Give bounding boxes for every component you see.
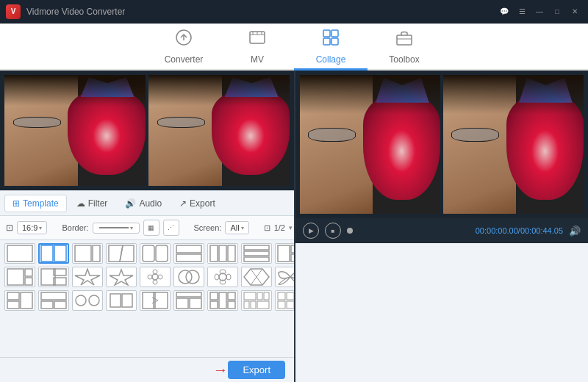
template-r2-star2[interactable] — [106, 267, 137, 287]
template-r3-6grid[interactable] — [275, 290, 294, 311]
template-cell-wide-two[interactable] — [173, 243, 204, 264]
aspect-arrow: ▾ — [39, 225, 42, 231]
tab-audio[interactable]: 🔊 Audio — [117, 195, 170, 212]
svg-marker-19 — [120, 245, 134, 262]
maximize-button[interactable]: □ — [550, 6, 564, 18]
menu-button[interactable]: ☰ — [514, 6, 529, 18]
minimize-button[interactable]: — — [532, 6, 547, 18]
svg-rect-102 — [41, 301, 53, 309]
border-style-btn-1[interactable]: ▦ — [143, 220, 159, 236]
template-row-2 — [4, 267, 290, 287]
nav-converter[interactable]: Converter — [147, 24, 220, 71]
tab-export[interactable]: ↗ Export — [171, 195, 223, 212]
svg-rect-31 — [291, 245, 294, 253]
template-cell-single[interactable] — [4, 243, 35, 264]
svg-rect-106 — [110, 294, 121, 307]
tab-template[interactable]: ⊞ Template — [4, 195, 67, 212]
template-r3-2[interactable] — [38, 290, 69, 311]
close-button[interactable]: ✕ — [567, 6, 582, 18]
svg-rect-32 — [291, 254, 294, 262]
template-r2-flower[interactable] — [140, 267, 171, 287]
template-r3-arrows[interactable] — [140, 290, 171, 311]
template-icon: ⊞ — [12, 198, 20, 209]
svg-rect-13 — [7, 245, 32, 262]
time-display: 00:00:00.00/00:00:44.05 — [476, 226, 563, 235]
right-lower-area — [295, 243, 588, 382]
svg-rect-26 — [228, 245, 235, 262]
nav-toolbox[interactable]: Toolbox — [368, 24, 441, 71]
svg-rect-51 — [25, 278, 32, 285]
nav-mv[interactable]: MV — [220, 24, 294, 71]
svg-point-105 — [89, 295, 99, 306]
template-grid — [0, 240, 294, 357]
title-bar-controls: 💬 ☰ — □ ✕ — [497, 6, 582, 18]
page-arrow[interactable]: ▾ — [289, 224, 293, 231]
svg-point-59 — [153, 280, 157, 284]
stop-button[interactable]: ■ — [325, 223, 341, 239]
page-icon: ⊡ — [264, 223, 270, 233]
volume-icon[interactable]: 🔊 — [569, 226, 581, 237]
template-cell-2plus1[interactable] — [275, 243, 294, 264]
left-preview-area — [0, 71, 294, 190]
svg-marker-52 — [41, 269, 55, 285]
template-r2-1[interactable] — [4, 267, 35, 287]
screen-arrow: ▾ — [241, 225, 244, 231]
left-panel: ⊞ Template ☁ Filter 🔊 Audio ↗ Export ⊡ 1… — [0, 71, 294, 382]
template-r3-split3[interactable] — [173, 290, 204, 311]
nav-collage[interactable]: Collage — [294, 24, 368, 71]
export-button[interactable]: Export — [228, 361, 285, 379]
svg-rect-7 — [323, 30, 330, 37]
template-cell-rounded-two[interactable] — [140, 243, 171, 264]
right-panel: ▶ ■ 00:00:00.00/00:00:44.05 🔊 — [295, 71, 588, 382]
svg-point-60 — [148, 275, 152, 279]
svg-rect-99 — [21, 292, 32, 309]
template-r3-circles[interactable] — [72, 290, 103, 311]
template-r2-2[interactable] — [38, 267, 69, 287]
svg-rect-126 — [278, 292, 285, 300]
filter-icon: ☁ — [76, 198, 85, 209]
svg-point-63 — [186, 270, 199, 284]
template-r3-mixed1[interactable] — [207, 290, 238, 311]
screen-value: All — [230, 223, 239, 232]
svg-rect-22 — [176, 245, 201, 253]
mv-icon — [248, 28, 267, 51]
svg-rect-120 — [244, 292, 256, 300]
svg-rect-125 — [257, 301, 269, 309]
collage-icon — [321, 28, 340, 51]
aspect-select[interactable]: 16:9 ▾ — [17, 221, 47, 234]
export-arrow-icon: → — [213, 361, 228, 378]
template-cell-slanted[interactable] — [106, 243, 137, 264]
template-r2-star[interactable] — [72, 267, 103, 287]
svg-rect-103 — [54, 301, 66, 309]
template-r3-1[interactable] — [4, 290, 35, 311]
template-cell-two-unequal[interactable] — [72, 243, 103, 264]
aspect-icon: ⊡ — [6, 223, 13, 233]
tab-filter[interactable]: ☁ Filter — [68, 195, 116, 212]
border-label: Border: — [62, 223, 88, 232]
template-r2-flower2[interactable] — [207, 267, 238, 287]
export-area: → Export — [0, 357, 294, 382]
template-r3-5grid[interactable] — [241, 290, 272, 311]
template-r2-butterfly[interactable] — [275, 267, 294, 287]
template-r3-sq-sq[interactable] — [106, 290, 137, 311]
template-cell-two-h[interactable] — [38, 243, 69, 264]
template-cell-three-col[interactable] — [207, 243, 238, 264]
filter-label: Filter — [88, 198, 108, 209]
toolbox-label: Toolbox — [389, 54, 419, 65]
border-style-btn-2[interactable]: ⋰ — [163, 220, 179, 236]
template-r2-double-circle[interactable] — [173, 267, 204, 287]
border-color-select[interactable]: ▾ — [93, 223, 140, 234]
chat-button[interactable]: 💬 — [497, 6, 512, 18]
screen-select[interactable]: All ▾ — [225, 221, 248, 234]
svg-rect-27 — [244, 245, 269, 250]
svg-point-62 — [179, 270, 192, 284]
main-area: ⊞ Template ☁ Filter 🔊 Audio ↗ Export ⊡ 1… — [0, 71, 588, 382]
svg-rect-117 — [228, 292, 235, 300]
play-button[interactable]: ▶ — [303, 223, 319, 239]
right-preview-area — [295, 71, 588, 218]
svg-point-67 — [215, 274, 219, 280]
template-r2-xshape[interactable] — [241, 267, 272, 287]
svg-rect-98 — [7, 292, 19, 300]
template-row-1 — [4, 243, 290, 264]
template-cell-three-row[interactable] — [241, 243, 272, 264]
